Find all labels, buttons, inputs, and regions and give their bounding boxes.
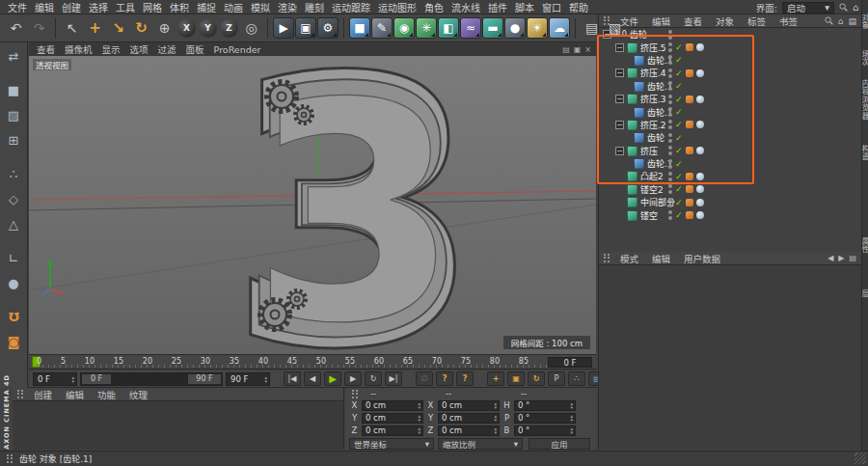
- menu-script[interactable]: 脚本: [511, 0, 538, 14]
- vp-menu-panel[interactable]: 面板: [181, 42, 209, 56]
- visibility-dots[interactable]: [668, 42, 672, 52]
- vp-menu-display[interactable]: 显示: [97, 42, 125, 56]
- size-y-field[interactable]: 0 cm▴▾: [438, 413, 500, 424]
- phong-tag-icon[interactable]: [696, 69, 704, 77]
- polygons-mode-icon[interactable]: △: [3, 213, 25, 235]
- timeline-ruler[interactable]: 0 5 10 15 20 25 30 35 40 45 50 55 60 65 …: [29, 355, 596, 370]
- texture-tag-icon[interactable]: [686, 69, 693, 77]
- side-tab-takes[interactable]: 场次: [861, 50, 868, 67]
- points-mode-icon[interactable]: ∴: [3, 163, 25, 185]
- home-icon[interactable]: ⌂: [853, 2, 858, 13]
- visibility-dots[interactable]: [668, 198, 672, 207]
- tree-row-spline[interactable]: 齿轮 ✓: [599, 131, 861, 144]
- menu-simulate[interactable]: 模拟: [247, 0, 274, 14]
- preview-range-slider[interactable]: 0 F 90 F: [80, 372, 223, 386]
- collapse-toggle[interactable]: −: [615, 95, 624, 103]
- stepper-icon[interactable]: ▴▾: [494, 401, 497, 409]
- menu-mesh[interactable]: 网格: [139, 0, 166, 14]
- stepper-icon[interactable]: ▴▾: [418, 426, 420, 434]
- visibility-dots[interactable]: [668, 172, 672, 181]
- visibility-dots[interactable]: [668, 69, 672, 78]
- material-menu-texture[interactable]: 纹理: [123, 388, 153, 401]
- vp-menu-prorender[interactable]: ProRender: [209, 44, 266, 55]
- side-tab-layers[interactable]: 层: [861, 289, 868, 298]
- tree-row-object[interactable]: 中间部分 ✓: [599, 196, 861, 208]
- move-tool-icon[interactable]: +: [84, 17, 106, 40]
- tree-row-root[interactable]: − 1.0 齿轮: [599, 28, 861, 41]
- close-view-icon[interactable]: ×: [584, 45, 591, 54]
- stepper-icon[interactable]: ▴▾: [418, 414, 420, 422]
- previous-key-button[interactable]: ◀: [304, 371, 321, 386]
- side-tab-objects[interactable]: 对象: [861, 14, 868, 30]
- viewport-solo-icon[interactable]: ●: [3, 272, 25, 294]
- enabled-check-icon[interactable]: ✓: [675, 81, 683, 91]
- panel-icon[interactable]: ▤: [849, 254, 856, 262]
- tree-row-extrude[interactable]: − 挤压.5 ✓: [599, 41, 861, 53]
- y-axis-lock-icon[interactable]: Y: [199, 19, 217, 38]
- phong-tag-icon[interactable]: [696, 43, 704, 51]
- tree-row-extrude[interactable]: − 挤压.4 ✓: [599, 67, 861, 79]
- visibility-dots[interactable]: [668, 159, 672, 169]
- tree-row-object[interactable]: 镂空2 ✓: [599, 183, 861, 196]
- menu-window[interactable]: 窗口: [538, 0, 565, 14]
- panel-icon[interactable]: ▤: [848, 16, 856, 26]
- pos-y-field[interactable]: 0 cm▴▾: [362, 413, 423, 424]
- rot-b-field[interactable]: 0 °▴▾: [514, 425, 576, 436]
- phong-tag-icon[interactable]: [696, 211, 704, 219]
- texture-tag-icon[interactable]: [686, 121, 693, 128]
- visibility-dots[interactable]: [668, 146, 672, 155]
- key-rotation-button[interactable]: ↻: [528, 371, 545, 386]
- menu-sculpt[interactable]: 雕刻: [301, 0, 328, 14]
- menu-snap[interactable]: 捕捉: [193, 0, 220, 14]
- side-tab-attributes[interactable]: 属性: [861, 237, 868, 254]
- phong-tag-icon[interactable]: [696, 121, 704, 128]
- enabled-check-icon[interactable]: ✓: [675, 210, 683, 220]
- om-menu-tags[interactable]: 标签: [742, 14, 772, 28]
- viewport-canvas[interactable]: 3 3 3: [29, 56, 596, 355]
- render-view-button[interactable]: ▶: [273, 17, 294, 39]
- axis-mode-icon[interactable]: ∟: [3, 247, 25, 269]
- size-mode-select[interactable]: 缩放比例▾: [438, 438, 523, 450]
- enabled-check-icon[interactable]: ✓: [675, 184, 683, 194]
- enabled-check-icon[interactable]: ✓: [675, 42, 683, 52]
- enabled-check-icon[interactable]: ✓: [675, 198, 683, 207]
- key-scale-button[interactable]: ▣: [507, 371, 525, 386]
- om-menu-objects[interactable]: 对象: [710, 14, 740, 28]
- cube-primitive-button[interactable]: ■: [349, 17, 370, 39]
- key-pla-button[interactable]: ∴: [568, 371, 585, 386]
- stepper-icon[interactable]: ▴▾: [71, 375, 74, 383]
- phong-tag-icon[interactable]: [696, 185, 704, 193]
- menu-create[interactable]: 创建: [58, 0, 85, 14]
- snap-magnet-icon[interactable]: Ω: [3, 306, 25, 328]
- search-icon[interactable]: [839, 3, 848, 12]
- key-parameter-button[interactable]: P: [548, 371, 565, 386]
- material-list-area[interactable]: [13, 401, 343, 450]
- pen-spline-button[interactable]: ✎: [371, 17, 393, 39]
- menu-render[interactable]: 渲染: [274, 0, 301, 14]
- phong-tag-icon[interactable]: [696, 147, 704, 154]
- menu-select[interactable]: 选择: [85, 0, 112, 14]
- rot-h-field[interactable]: 0 °▴▾: [514, 400, 576, 411]
- light-button[interactable]: ☀: [527, 17, 548, 39]
- menu-character[interactable]: 角色: [420, 0, 448, 14]
- menu-volume[interactable]: 体积: [166, 0, 193, 14]
- next-key-button[interactable]: ▶: [344, 371, 362, 386]
- scale-tool-icon[interactable]: ↘: [107, 17, 129, 40]
- phong-tag-icon[interactable]: [696, 199, 704, 206]
- enabled-check-icon[interactable]: ✓: [675, 133, 683, 143]
- texture-tag-icon[interactable]: [686, 96, 693, 103]
- key-position-button[interactable]: +: [487, 371, 504, 386]
- make-editable-icon[interactable]: ⇄: [3, 45, 25, 68]
- size-column-header[interactable]: --: [436, 389, 511, 398]
- last-tool-icon[interactable]: ⊕: [153, 17, 176, 40]
- render-picture-viewer-button[interactable]: ▣: [295, 17, 316, 39]
- live-selection-icon[interactable]: ↖: [61, 17, 83, 40]
- record-disabled-icon[interactable]: ∅: [416, 371, 433, 386]
- goto-end-button[interactable]: ▶|: [385, 371, 402, 386]
- texture-tag-icon[interactable]: [686, 173, 693, 180]
- x-axis-lock-icon[interactable]: X: [177, 19, 196, 38]
- floor-button[interactable]: ▬: [482, 17, 503, 39]
- collapse-toggle[interactable]: −: [615, 43, 624, 52]
- deformer-button[interactable]: ≈: [460, 17, 481, 39]
- enabled-check-icon[interactable]: ✓: [675, 172, 683, 181]
